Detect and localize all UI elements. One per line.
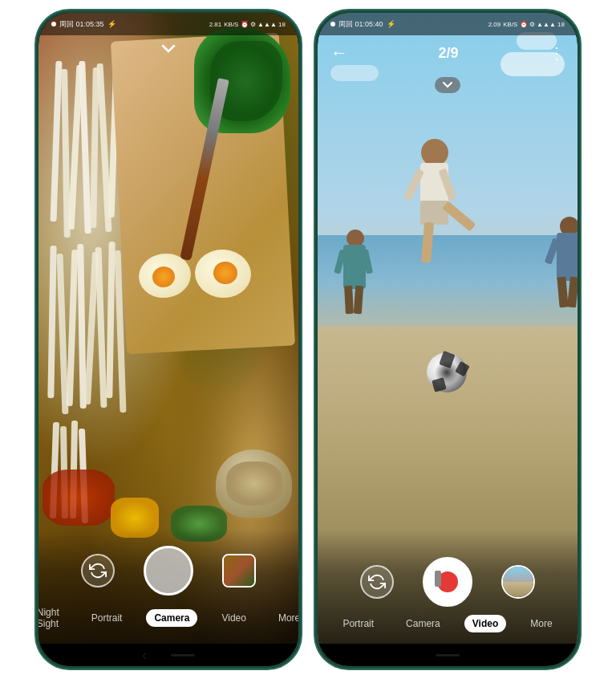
more-menu-button[interactable]: ⋮ bbox=[549, 43, 565, 63]
mode-more-1[interactable]: More bbox=[270, 609, 298, 627]
thumbnail-image-1 bbox=[224, 555, 254, 586]
mode-portrait-2[interactable]: Portrait bbox=[334, 615, 382, 632]
mode-more-2[interactable]: More bbox=[522, 615, 560, 632]
camera-controls-1: Night Sight Portrait Camera Video More bbox=[38, 530, 298, 666]
camera-controls-2: Portrait Camera Video More bbox=[318, 530, 578, 666]
back-button[interactable]: ← bbox=[330, 43, 348, 63]
gallery-thumbnail-1[interactable] bbox=[222, 554, 256, 588]
status-bar-1: 周回 01:05:35 ⚡ 2.81 KB/S ⏰ ⚙ ▲▲▲ 18 bbox=[38, 13, 298, 35]
status-dot-1 bbox=[51, 22, 56, 26]
phone2-header: ← 2/9 ⋮ bbox=[318, 35, 578, 71]
status-speed-1: 2.81 bbox=[209, 21, 222, 28]
mode-camera-1[interactable]: Camera bbox=[146, 609, 197, 627]
status-right-1: 2.81 KB/S ⏰ ⚙ ▲▲▲ 18 bbox=[209, 21, 286, 28]
phone-1: 周回 01:05:35 ⚡ 2.81 KB/S ⏰ ⚙ ▲▲▲ 18 bbox=[36, 10, 301, 669]
mode-video-1[interactable]: Video bbox=[213, 609, 253, 627]
capture-row-2 bbox=[360, 557, 535, 607]
mode-night-sight[interactable]: Night Sight bbox=[38, 604, 67, 632]
mode-buttons-1: Night Sight Portrait Camera Video More bbox=[38, 604, 298, 632]
status-dot-2 bbox=[330, 22, 335, 26]
mode-camera-2[interactable]: Camera bbox=[398, 615, 448, 632]
status-speed-2: 2.09 bbox=[488, 21, 501, 28]
flip-camera-button-2[interactable] bbox=[360, 565, 394, 599]
gallery-thumbnail-2[interactable] bbox=[501, 565, 535, 599]
chevron-down-1[interactable] bbox=[157, 42, 180, 56]
shutter-button-1[interactable] bbox=[144, 546, 193, 596]
mode-buttons-2: Portrait Camera Video More bbox=[334, 615, 560, 632]
capture-row-1 bbox=[81, 546, 256, 596]
status-left-2: 周回 01:05:40 ⚡ bbox=[330, 19, 395, 30]
video-shutter-button[interactable] bbox=[423, 557, 472, 607]
status-time-1: 周回 01:05:35 bbox=[59, 19, 104, 30]
photo-counter: 2/9 bbox=[438, 45, 458, 62]
status-flash-2: ⚡ bbox=[387, 20, 395, 28]
thumbnail-image-2 bbox=[503, 567, 533, 597]
status-flash-1: ⚡ bbox=[107, 20, 116, 28]
status-right-2: 2.09 KB/S ⏰ ⚙ ▲▲▲ 18 bbox=[488, 21, 565, 28]
flip-camera-button-1[interactable] bbox=[81, 554, 115, 588]
status-left-1: 周回 01:05:35 ⚡ bbox=[51, 19, 116, 30]
chevron-down-2[interactable] bbox=[435, 77, 460, 93]
status-time-2: 周回 01:05:40 bbox=[338, 19, 383, 30]
mode-video-2[interactable]: Video bbox=[464, 615, 506, 632]
phone-2: 周回 01:05:40 ⚡ 2.09 KB/S ⏰ ⚙ ▲▲▲ 18 ← 2/9… bbox=[315, 10, 580, 669]
status-icons-2: KB/S ⏰ ⚙ ▲▲▲ 18 bbox=[503, 21, 565, 28]
status-bar-2: 周回 01:05:40 ⚡ 2.09 KB/S ⏰ ⚙ ▲▲▲ 18 bbox=[318, 13, 578, 35]
status-icons-1: KB/S ⏰ ⚙ ▲▲▲ 18 bbox=[224, 21, 286, 28]
mode-portrait-1[interactable]: Portrait bbox=[83, 609, 131, 627]
